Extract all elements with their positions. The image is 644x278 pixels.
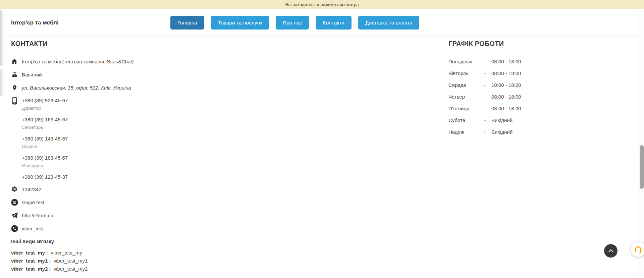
schedule-separator: - [484,94,491,100]
nav-button-delivery[interactable]: Доставка та оплата [358,16,420,30]
person-icon [11,70,18,78]
address-text: ул. Васильковская, 15, офис 512, Київ, У… [22,85,131,91]
work-schedule-section: ГРАФІК РОБОТИ Понеділок - 08:00 - 18:00 … [448,40,556,140]
icq-row: 1242342 [11,185,346,193]
other-contact-label: viber_test_my1 [11,258,48,264]
viber-name: viber_test [22,226,44,231]
site-title[interactable]: Інтер'єр та меблі [11,19,59,26]
location-pin-icon [11,84,18,92]
schedule-day: Четвер [448,94,484,100]
schedule-row: П'ятниця - 08:00 - 18:00 [448,104,556,112]
schedule-hours: 08:00 - 18:00 [491,70,521,76]
schedule-day: Неділя [448,129,484,135]
schedule-hours: Вихідний [491,129,513,135]
phone-number: +380 (39) 163-45-67 [22,116,68,124]
other-contact-label: viber_test_my [11,250,45,256]
company-name: Інтер'єр та меблі (тестова компанія, Sit… [22,59,134,64]
contacts-section: КОНТАКТИ Інтер'єр та меблі (тестова комп… [11,40,346,273]
other-contact-row: viber_test_my1 : viber_test_my1 [11,257,346,264]
schedule-separator: - [484,70,491,76]
colon-separator: : [49,258,51,264]
icq-flower-icon [11,185,18,193]
phone-number: +380 (39) 143-45-67 [22,135,68,143]
other-contact-value: viber_test_my2 [54,266,88,272]
contact-person-row: Василий [11,70,346,78]
other-contact-value: viber_test_my [51,250,82,256]
schedule-row: Неділя - Вихідний [448,128,556,136]
nav-button-about[interactable]: Про нас [276,16,309,30]
other-contact-value: viber_test_my1 [54,258,88,264]
schedule-separator: - [484,117,491,123]
contacts-title: КОНТАКТИ [11,40,346,48]
headset-icon [634,245,643,254]
schedule-separator: - [484,129,491,135]
schedule-separator: - [484,82,491,88]
telegram-row: http://Prom.ua [11,211,346,219]
phone-row: +380 (39) 163-45-67 Секретарь [11,116,346,131]
schedule-hours: 10:00 - 18:00 [491,82,521,88]
main-nav: Головна Товари та послуги Про нас Контак… [170,16,419,30]
site-header: Інтер'єр та меблі Головна Товари та посл… [0,9,639,37]
schedule-hours: Вихідний [491,117,513,123]
preview-mode-banner: Вы находитесь в режиме просмотра [0,0,644,9]
other-contact-row: viber_test_my2 : viber_test_my2 [11,265,346,272]
phone-label: Секретарь [22,124,68,131]
mobile-phone-icon [11,97,18,105]
schedule-row: Понеділок - 08:00 - 18:00 [448,57,556,65]
scroll-to-top-button[interactable] [604,244,618,258]
schedule-separator: - [484,106,491,111]
icq-number: 1242342 [22,186,41,192]
other-contact-label: viber_test_my2 [11,266,48,272]
other-contact-row: viber_test_my : viber_test_my [11,249,346,256]
left-edge-shadow-bottom [0,69,4,96]
schedule-hours: 08:00 - 18:00 [491,106,521,111]
schedule-row: Субота - Вихідний [448,116,556,124]
colon-separator: : [49,266,51,272]
phone-label: Охрана [22,143,68,150]
schedule-day: Вівторок [448,70,484,76]
phone-number: +380 (39) 183-45-67 [22,154,68,162]
skype-row: S skype.test [11,198,346,206]
schedule-row: Середа - 10:00 - 18:00 [448,81,556,89]
nav-button-products[interactable]: Товари та послуги [211,16,269,30]
phone-row: +380 (39) 143-45-67 Охрана [11,135,346,150]
content-area: КОНТАКТИ Інтер'єр та меблі (тестова комп… [0,37,639,278]
schedule-hours: 08:00 - 18:00 [491,94,521,100]
support-chat-button[interactable] [631,242,644,257]
phone-number: +380 (39) 923-45-67 [22,97,68,105]
company-row: Інтер'єр та меблі (тестова компанія, Sit… [11,57,346,65]
left-edge-shadow-top [0,10,4,66]
phone-label: Директор [22,105,68,112]
nav-button-home[interactable]: Головна [170,16,204,30]
address-row: ул. Васильковская, 15, офис 512, Київ, У… [11,84,346,92]
schedule-title: ГРАФІК РОБОТИ [448,40,556,48]
chevron-up-icon [607,247,614,255]
skype-name: skype.test [22,200,45,205]
phone-row: +380 (39) 123-45-37 [11,173,346,181]
home-icon [11,57,18,65]
other-contacts-title: Інші види зв'язку [11,238,346,245]
scrollbar[interactable] [639,9,644,278]
phone-row: +380 (39) 923-45-67 Директор [11,97,346,112]
schedule-separator: - [484,59,491,64]
colon-separator: : [46,250,48,256]
schedule-day: Субота [448,117,484,123]
schedule-row: Вівторок - 08:00 - 18:00 [448,69,556,77]
phone-row: +380 (39) 183-45-67 Менеджер [11,154,346,169]
telegram-icon [11,211,18,219]
telegram-name: http://Prom.ua [22,213,53,218]
schedule-row: Четвер - 08:00 - 18:00 [448,93,556,101]
viber-row: viber_test [11,224,346,232]
schedule-day: Понеділок [448,59,484,64]
phone-number: +380 (39) 123-45-37 [22,173,68,181]
scrollbar-thumb[interactable] [640,145,644,189]
nav-button-contacts[interactable]: Контакти [316,16,351,30]
skype-icon: S [11,198,18,206]
phone-label: Менеджер [22,162,68,169]
schedule-hours: 08:00 - 18:00 [491,59,521,64]
schedule-day: П'ятниця [448,106,484,111]
contact-person-name: Василий [22,72,42,77]
viber-icon [11,224,18,232]
schedule-day: Середа [448,82,484,88]
